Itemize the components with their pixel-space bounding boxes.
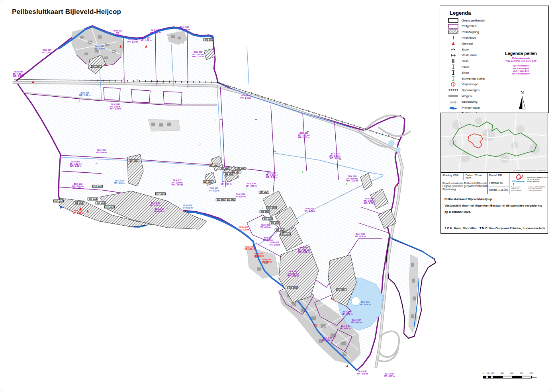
- meta-schaal: Schaal: 1:11.000: [487, 187, 509, 194]
- gemaal-icon: [119, 43, 122, 45]
- logo-org-name: HOOGHEEMRAADSCHAPDE STICHTSE RIJNLANDEN: [527, 177, 548, 183]
- peilgebied-icon: [447, 24, 459, 29]
- meta-datum: Datum: 23 mei 2025: [464, 173, 487, 180]
- peilgebied-label: BLH_020VP: 0,00 m: [182, 205, 192, 209]
- north-arrow: N: [516, 90, 528, 111]
- meta-formaat: Formaat: A0: [487, 180, 509, 187]
- peilgebied-label: BLH_036VP: -0,20 m: [239, 226, 249, 231]
- peilgebied-label: BLH_038VP: 0,30 m: [254, 253, 264, 257]
- scale-bar-segments: [483, 376, 532, 378]
- peilgebied-label: BLH_050VP: -0,05 m: [260, 224, 271, 228]
- meta-paraaf: Paraaf: MR: [487, 173, 509, 180]
- peilafwijking-label: 025_afw1: [259, 191, 269, 194]
- gemaal-icon: [32, 78, 35, 81]
- legend-item-gemaal: Gemaal: [447, 41, 548, 47]
- peilgebied-label: BLH_068VP: -1,60 m: [179, 26, 190, 31]
- peilgebied-label: BLH_043ZP: 0,00 m /WP: -0,05 m: [288, 271, 299, 277]
- peilgebied-label: BLH_002ZP: -1,90 m /WP: -2,00 m: [70, 161, 81, 168]
- peilgebied-label: BLH_012ZP: -1,00 m /WP: -1,50 m: [72, 183, 84, 190]
- legend-item-label: Peilgebied: [462, 24, 476, 28]
- legend-item-label: Stuw: [462, 48, 469, 51]
- peilafwijking-label: 002_afw1: [91, 65, 102, 68]
- peilafwijking-label: 022_afw2: [226, 199, 236, 201]
- statement-line3: op 8 oktober 2025.: [444, 210, 471, 214]
- legend-item-label: Vispassage: [462, 82, 478, 86]
- peilgebied-label: BLH_037VP: 0,20 m: [245, 246, 254, 250]
- peilafwijking-label: 022_afw6: [224, 173, 234, 176]
- legend-item-spoor: Spoorwegen: [447, 87, 548, 93]
- scale-bar-tick: 0: [483, 372, 484, 374]
- legend-item-grens: Grens peilbesluit: [447, 18, 548, 23]
- peilafwijking-label: 008_afw1: [204, 39, 214, 41]
- signature-voorzitter: J.C.H. Haan, Voorzitter: [444, 226, 477, 230]
- logo-address: Poldermolen 2Postbus 5503990 GJ Houten: [511, 186, 521, 191]
- peilgebied-label: BLH_008WP: -1,80 m: [79, 92, 90, 96]
- inset-attribution: Esri Nederland, Community Maps Contribut…: [512, 170, 546, 172]
- scale-bar-unit: Meters: [532, 376, 537, 378]
- peilgebied-label: BLH_041VP: -0,40 m: [357, 371, 368, 375]
- peilgebied-label: BLH_008ZP: -1,65 m /WP: -1,70 m: [192, 51, 204, 58]
- legend-item-label: Stuwende duiker: [462, 77, 485, 80]
- peilafwijking-label: 014_afw6: [104, 206, 115, 209]
- peilafwijking-label: 055_afw6: [280, 233, 291, 236]
- legend-peilen: Legenda peilen PeilgebiedscodeType peil:…: [494, 51, 548, 75]
- peilgebied-label: BLH_018VP: -0,10 m: [150, 202, 161, 207]
- legend-item-label: Grens peilbesluit: [462, 19, 485, 22]
- legend-item-bebouwing: Bebouwing: [447, 99, 548, 105]
- gemaal-icon: [346, 362, 349, 365]
- peilgebied-label: BLH_028ZP: -0,90 m /WP: -1,10 m: [346, 176, 358, 182]
- legend-peilen-title: Legenda peilen: [494, 51, 548, 56]
- peilgebied-label: BLH_031VP: 0,10 m: [235, 193, 245, 198]
- scale-bar-tick: 800: [520, 372, 523, 374]
- north-arrow-icon: [518, 96, 527, 109]
- peilgebied-label: BLH_030VP: -0,50 m: [246, 183, 257, 187]
- inset-map-canvas: [441, 113, 547, 172]
- stuw-icon: [447, 47, 459, 52]
- peilgebied-label: BLH_019VP: -0,30 m: [154, 208, 165, 213]
- legend-item-label: Sifon: [462, 71, 469, 74]
- inlaat-icon: [447, 64, 459, 69]
- peilschaal-icon: [447, 35, 459, 40]
- peilgebied-label: BLH_003VP:-1,60 m: [114, 30, 122, 37]
- peilafwijking-label: 014_afw3: [88, 198, 98, 201]
- peilafwijking-label: 022_afw5: [236, 167, 246, 170]
- gemaal-icon: [104, 61, 107, 64]
- legend-item-label: Gemaal: [462, 42, 473, 45]
- peilafwijking-label: 017_afw1: [155, 193, 166, 195]
- hdsr-logo-icon: [510, 174, 526, 185]
- legend-item-duiker: Stuwende duiker: [447, 76, 548, 82]
- legend-item-label: Vaste dam: [462, 53, 477, 57]
- afwijking-icon: [447, 29, 459, 34]
- legend-item-label: Peilafwijking: [462, 30, 479, 34]
- peilafwijking-label: 014_afw1: [129, 160, 139, 162]
- gemaal-icon: [79, 205, 82, 208]
- legend-item-wegen: Wegen: [447, 93, 548, 99]
- wegen-icon: [447, 94, 459, 98]
- peilgebied-label: BLH_046VP: -0,70 m: [342, 311, 353, 315]
- inset-map: Esri Nederland, Community Maps Contribut…: [440, 113, 548, 173]
- spoor-icon: [447, 88, 459, 92]
- legend-item-label: Spoorwegen: [462, 88, 480, 92]
- peilgebied-label: BLH_011VP: -1,90 m: [96, 149, 107, 154]
- grens-icon: [447, 18, 459, 23]
- peilafwijking-label: 043_afw1: [336, 289, 346, 291]
- legend-item-peilschaal: Peilschaal: [447, 35, 548, 41]
- peilafwijking-label: 022_afw1: [216, 199, 226, 201]
- statement-panel: Peilbesluitkaart Bijleveld-Heijcop Vastg…: [440, 194, 548, 234]
- peilgebied-label: BLH_034ZP: -0,60 m /WP: -0,70 m: [364, 198, 375, 205]
- peilgebied-label: BLH_039VP: 0,50 m: [262, 259, 272, 263]
- legend-item-label: Peilschaal: [462, 36, 476, 40]
- legend-item-primair: Primair water: [447, 105, 548, 111]
- vastedam-icon: [447, 53, 459, 58]
- scale-bar-tick: 100: [486, 372, 489, 374]
- peilgebied-label: BLH_010VP: -1,40 m: [241, 95, 251, 99]
- peilgebied-label: BLH_027ZP: -1,10 m /WP: -1,20 m: [329, 153, 341, 160]
- scale-bar-tick: 1.000: [529, 372, 533, 374]
- peilafwijking-label: 021_afw3: [220, 167, 230, 170]
- peilgebied-label: BLH_024VP: -0,67 m: [221, 181, 232, 185]
- legend-item-vispassage: Vispassage: [447, 82, 548, 88]
- north-label: N: [516, 90, 528, 96]
- peilgebied-label: BLH_051VP: 0,20 m: [263, 237, 273, 241]
- peilafwijking-label: 055_afw5: [275, 229, 285, 232]
- meta-betreft: Betreft actualisatie Peilbesluit Bijleve…: [441, 180, 487, 194]
